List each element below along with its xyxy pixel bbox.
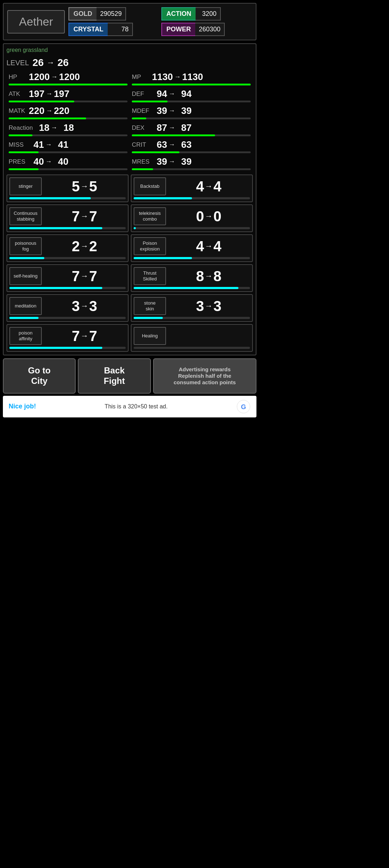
stat-bar-dex	[132, 134, 251, 136]
skill-item[interactable]: Poisonexplosion 4 → 4	[131, 234, 253, 262]
skill-item[interactable]: meditation 3 → 3	[6, 294, 129, 322]
advertising-rewards-button[interactable]: Advertising rewardsReplenish half of the…	[153, 358, 256, 394]
stat-to-atk: 197	[54, 88, 69, 99]
stat-to-mdef: 39	[176, 105, 192, 116]
arrow-icon: →	[46, 90, 52, 98]
skill-bar	[134, 227, 250, 229]
skill-level-to: 7	[89, 208, 97, 225]
stat-block-miss: MISS 41 → 41	[6, 138, 130, 155]
stat-to-dex: 87	[176, 122, 192, 133]
skill-level-display: 2 → 2	[43, 238, 126, 254]
skill-bar	[9, 287, 126, 289]
skill-level-to: 3	[89, 298, 97, 314]
ad-banner: Nice job! This is a 320×50 test ad. G	[3, 396, 256, 417]
skill-item[interactable]: stinger 5 → 5	[6, 174, 129, 202]
skill-level-display: 7 → 7	[43, 208, 126, 225]
skill-arrow-icon: →	[81, 242, 89, 251]
crystal-label: CRYSTAL	[68, 23, 108, 36]
level-label: LEVEL	[6, 59, 29, 67]
skill-bar-fill	[134, 197, 192, 199]
stat-bar-mres	[132, 168, 251, 170]
skill-bar-fill	[9, 197, 91, 199]
stat-block-matk: MATK 220 → 220	[6, 104, 130, 121]
stat-label-mp: MP	[132, 74, 151, 81]
skill-name: meditation	[9, 297, 42, 315]
stat-from-dex: 87	[152, 122, 167, 133]
crystal-resource: CRYSTAL 78	[68, 23, 159, 36]
action-resource: ACTION 3200	[161, 7, 252, 21]
skill-level-display: 3 → 3	[167, 298, 250, 314]
arrow-icon: →	[174, 73, 181, 81]
gold-value: 290529	[97, 7, 126, 21]
skill-bar-fill	[9, 287, 102, 289]
skill-item[interactable]: poisonaffinity 7 → 7	[6, 324, 129, 352]
skill-level-from: 7	[72, 328, 80, 344]
skill-name: self-healing	[9, 267, 42, 285]
main-panel: green grassland LEVEL 26 → 26 HP 1200 → …	[3, 43, 256, 355]
stat-from-reaction: 18	[34, 122, 49, 133]
skill-bar	[134, 287, 250, 289]
arrow-icon: →	[45, 158, 52, 165]
stat-from-hp: 1200	[29, 71, 50, 83]
skill-top: ThrustSkilled 8 → 8	[134, 267, 250, 285]
skill-item[interactable]: self-healing 7 → 7	[6, 264, 129, 292]
skill-level-display: 7 → 7	[43, 268, 126, 284]
go-to-city-button[interactable]: Go toCity	[3, 358, 76, 394]
skill-level-from: 5	[72, 178, 80, 195]
skill-level-from: 7	[72, 208, 80, 225]
level-from: 26	[32, 57, 44, 68]
skill-top: stinger 5 → 5	[9, 177, 126, 195]
skill-level-from: 3	[196, 298, 204, 314]
skill-bar-fill	[9, 347, 102, 349]
skill-bar	[134, 317, 250, 319]
skill-item[interactable]: Backstab 4 → 4	[131, 174, 253, 202]
skill-level-display: 4 → 4	[167, 178, 250, 195]
skill-arrow-icon: →	[81, 331, 89, 341]
stat-block-pres: PRES 40 → 40	[6, 155, 130, 172]
back-fight-button[interactable]: BackFight	[78, 358, 151, 394]
stat-to-crit: 63	[176, 139, 192, 150]
stat-block-mp: MP 1130 → 1130	[130, 70, 253, 87]
skill-item[interactable]: stoneskin 3 → 3	[131, 294, 253, 322]
stat-label-dex: DEX	[132, 124, 151, 132]
power-resource: POWER 260300	[161, 23, 252, 36]
stat-to-pres: 40	[53, 156, 68, 167]
ad-logo-icon: G	[236, 399, 251, 414]
skill-top: Continuousstabbing 7 → 7	[9, 207, 126, 225]
skill-item[interactable]: telekinesiscombo 0 → 0	[131, 204, 253, 232]
skill-name: poisonaffinity	[9, 327, 42, 345]
stat-block-mres: MRES 39 → 39	[130, 155, 253, 172]
skill-top: Backstab 4 → 4	[134, 177, 250, 195]
skill-item[interactable]: Healing	[131, 324, 253, 352]
stat-to-reaction: 18	[59, 122, 74, 133]
skill-top: poisonaffinity 7 → 7	[9, 327, 126, 345]
stat-from-matk: 220	[29, 105, 44, 116]
skill-name: Continuousstabbing	[9, 207, 42, 225]
stat-bar-miss	[9, 151, 128, 153]
skill-item[interactable]: poisonousfog 2 → 2	[6, 234, 129, 262]
skill-bar	[9, 197, 126, 199]
skill-bar-fill	[9, 257, 44, 259]
skill-level-to: 2	[89, 238, 97, 254]
stat-from-atk: 197	[29, 88, 44, 99]
stat-block-atk: ATK 197 → 197	[6, 87, 130, 104]
skill-item[interactable]: Continuousstabbing 7 → 7	[6, 204, 129, 232]
skill-level-from: 2	[72, 238, 80, 254]
stat-block-crit: CRIT 63 → 63	[130, 138, 253, 155]
stat-from-def: 94	[152, 88, 167, 99]
arrow-icon: →	[169, 141, 175, 149]
stat-label-crit: CRIT	[132, 141, 151, 149]
stat-bar-def	[132, 101, 251, 102]
skill-name: stinger	[9, 177, 42, 195]
action-value: 3200	[196, 7, 221, 21]
skill-bar	[9, 347, 126, 349]
skill-item[interactable]: ThrustSkilled 8 → 8	[131, 264, 253, 292]
power-value: 260300	[195, 23, 225, 36]
stat-bar-reaction	[9, 134, 128, 136]
skill-level-from: 8	[196, 268, 204, 284]
location-text: green grassland	[6, 47, 253, 53]
skill-bar-fill	[9, 227, 102, 229]
gold-resource: GOLD 290529	[68, 7, 159, 21]
skill-level-to: 4	[214, 178, 222, 195]
stat-block-hp: HP 1200 → 1200	[6, 70, 130, 87]
